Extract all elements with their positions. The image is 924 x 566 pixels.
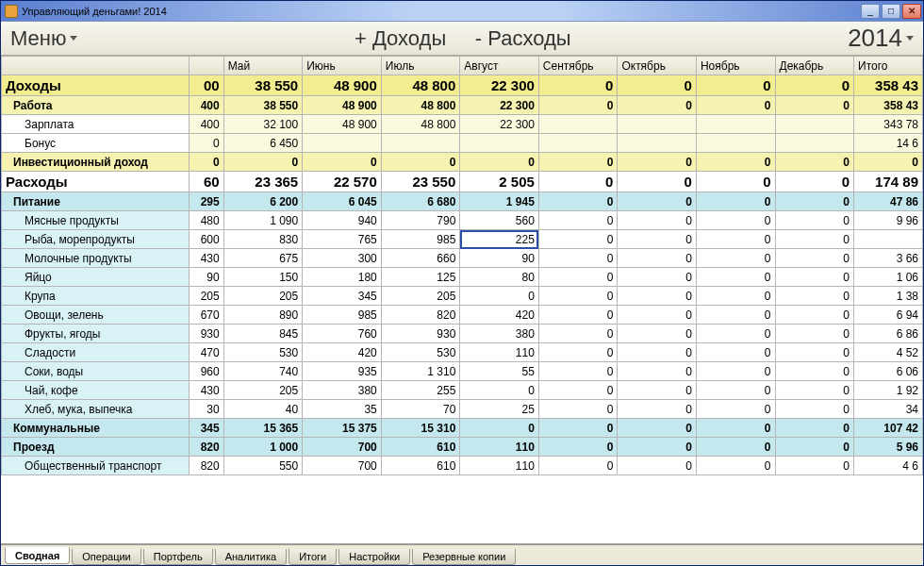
cell[interactable]: 0 [696,419,775,438]
cell[interactable]: 150 [223,268,303,287]
row-label[interactable]: Бонус [2,134,190,153]
cell[interactable]: 0 [538,457,618,475]
row-label[interactable]: Яйцо [2,268,190,287]
row-label[interactable]: Фрукты, ягоды [2,325,190,343]
cell[interactable]: 125 [381,268,460,287]
row-label[interactable]: Мясные продукты [2,211,190,230]
cell[interactable]: 0 [696,96,775,115]
cell-partial[interactable]: 960 [190,362,223,381]
cell[interactable]: 0 [538,172,618,192]
cell[interactable]: 0 [538,153,618,172]
spreadsheet-grid[interactable]: Май Июнь Июль Август Сентябрь Октябрь Но… [1,56,923,544]
cell[interactable]: 0 [696,249,775,268]
cell[interactable]: 530 [381,343,460,362]
cell[interactable] [696,134,775,153]
cell[interactable]: 0 [775,381,854,400]
cell-total[interactable]: 5 96 [854,438,923,457]
sheet-tab[interactable]: Операции [72,549,140,565]
cell-partial[interactable]: 480 [190,211,223,230]
cell[interactable]: 610 [381,438,460,457]
cell[interactable]: 0 [696,306,775,325]
cell[interactable]: 830 [223,230,303,249]
cell[interactable]: 0 [696,381,775,400]
cell[interactable]: 0 [696,192,775,211]
cell[interactable]: 22 300 [460,115,539,134]
cell[interactable]: 0 [696,457,775,475]
cell[interactable]: 205 [223,381,303,400]
row-label[interactable]: Коммунальные [2,419,190,438]
cell[interactable]: 700 [303,457,382,475]
cell[interactable]: 0 [775,249,854,268]
header-total[interactable]: Итого [854,57,923,75]
cell[interactable]: 48 900 [303,115,382,134]
cell[interactable]: 0 [696,230,775,249]
cell-partial[interactable]: 470 [190,343,223,362]
cell[interactable]: 0 [696,325,775,343]
cell[interactable]: 820 [381,306,460,325]
cell[interactable]: 0 [696,268,775,287]
cell[interactable] [775,134,854,153]
cell[interactable]: 890 [223,306,303,325]
row-label[interactable]: Общественный транспорт [2,457,190,475]
cell[interactable]: 0 [460,153,539,172]
cell-partial[interactable]: 400 [190,96,223,115]
header-month-5[interactable]: Октябрь [618,57,697,75]
cell[interactable]: 0 [775,172,854,192]
cell[interactable]: 0 [460,381,539,400]
header-month-7[interactable]: Декабрь [775,57,854,75]
cell[interactable]: 48 800 [381,75,460,96]
cell[interactable]: 0 [538,400,618,419]
cell[interactable]: 0 [775,75,854,96]
cell[interactable]: 0 [696,400,775,419]
cell[interactable]: 1 000 [223,438,303,457]
cell-partial[interactable]: 670 [190,306,223,325]
cell[interactable]: 0 [223,153,303,172]
cell-partial[interactable]: 430 [190,249,223,268]
cell-partial[interactable]: 820 [190,438,223,457]
cell[interactable]: 0 [538,75,618,96]
cell[interactable]: 0 [381,153,460,172]
cell[interactable]: 48 800 [381,96,460,115]
cell[interactable]: 0 [538,211,618,230]
cell[interactable]: 0 [538,287,618,306]
cell-partial[interactable]: 90 [190,268,223,287]
cell-partial[interactable]: 30 [190,400,223,419]
header-partial[interactable] [190,57,223,75]
sheet-tab[interactable]: Портфель [143,549,213,565]
close-button[interactable]: ✕ [902,4,921,19]
cell[interactable]: 15 375 [303,419,382,438]
cell-total[interactable]: 358 43 [854,75,923,96]
cell[interactable]: 0 [538,192,618,211]
cell[interactable]: 0 [618,211,697,230]
cell[interactable]: 0 [538,96,618,115]
cell[interactable]: 765 [303,230,382,249]
header-month-2[interactable]: Июль [381,57,460,75]
cell[interactable]: 0 [696,75,775,96]
cell[interactable]: 0 [696,211,775,230]
cell[interactable]: 0 [696,438,775,457]
cell[interactable] [775,115,854,134]
cell[interactable]: 935 [303,362,382,381]
row-label[interactable]: Зарплата [2,115,190,134]
row-label[interactable]: Чай, кофе [2,381,190,400]
cell[interactable]: 0 [775,230,854,249]
cell[interactable]: 55 [460,362,539,381]
cell[interactable]: 38 550 [223,75,303,96]
menu-button[interactable]: Меню [10,26,77,51]
row-label[interactable]: Питание [2,192,190,211]
cell-total[interactable]: 107 42 [854,419,923,438]
cell[interactable]: 760 [303,325,382,343]
cell[interactable]: 345 [303,287,382,306]
cell[interactable]: 0 [775,325,854,343]
cell[interactable]: 0 [696,153,775,172]
cell-total[interactable]: 1 38 [854,287,923,306]
row-label[interactable]: Молочные продукты [2,249,190,268]
sheet-tab[interactable]: Сводная [5,547,70,564]
row-label[interactable]: Соки, воды [2,362,190,381]
add-income-button[interactable]: + Доходы [355,26,446,50]
cell[interactable] [538,134,618,153]
cell[interactable]: 0 [775,419,854,438]
cell-total[interactable]: 358 43 [854,96,923,115]
cell-partial[interactable]: 820 [190,457,223,475]
cell[interactable]: 1 090 [223,211,303,230]
